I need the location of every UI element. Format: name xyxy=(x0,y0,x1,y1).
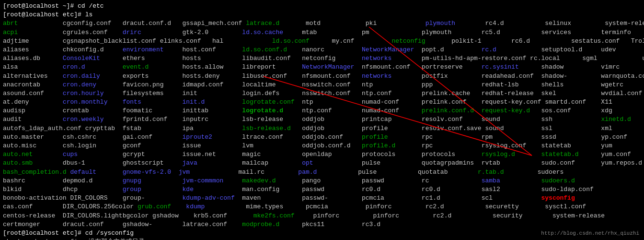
etc-ls-grid: abrt cgconfig.conf dracut.conf.d gssapi_… xyxy=(3,19,641,229)
etc-ls-output: abrt cgconfig.conf dracut.conf.d gssapi_… xyxy=(3,19,641,229)
terminal: [root@localhost ~]# cd /etc [root@localh… xyxy=(3,2,641,240)
prompt-line-1: [root@localhost ~]# cd /etc [root@localh… xyxy=(3,2,641,19)
watermark: http://blog.csdn.net/rhx_qiuzhi xyxy=(541,230,639,237)
